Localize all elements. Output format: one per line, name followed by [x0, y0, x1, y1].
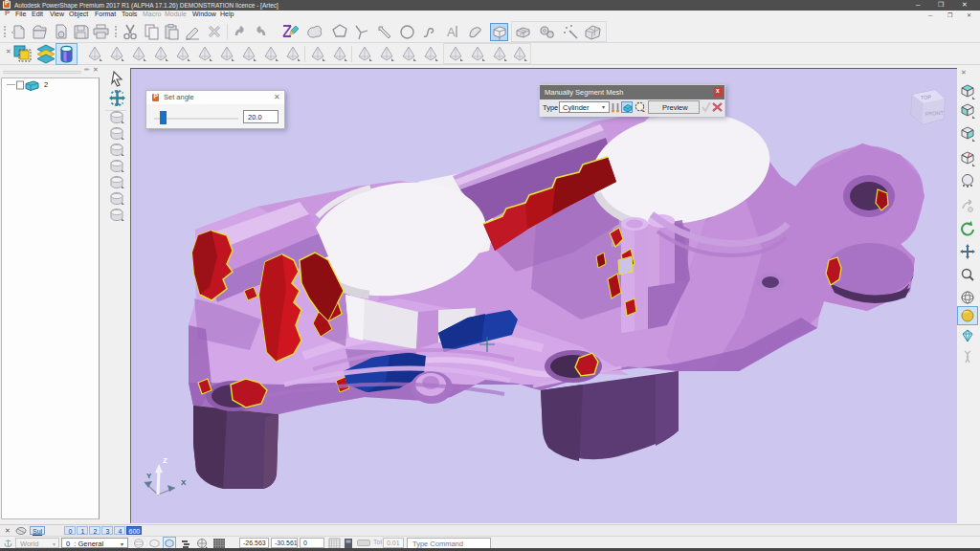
svg-text:X: X	[181, 478, 187, 487]
svg-text:Z: Z	[163, 456, 167, 465]
svg-text:TOP: TOP	[921, 94, 932, 100]
svg-text:A: A	[447, 25, 456, 39]
svg-text:Y: Y	[146, 472, 152, 480]
